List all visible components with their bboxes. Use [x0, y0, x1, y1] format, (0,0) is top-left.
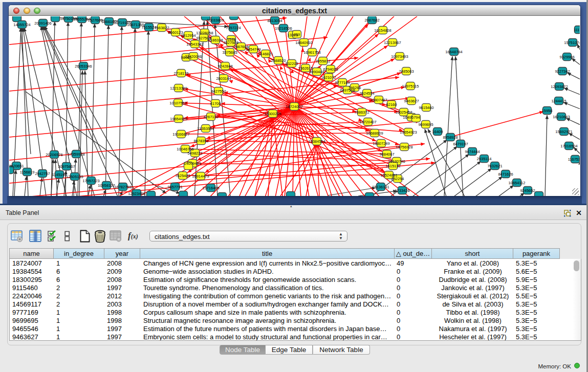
svg-text:16210643: 16210643	[553, 115, 570, 119]
svg-text:8186328: 8186328	[208, 38, 223, 42]
svg-text:18724007: 18724007	[286, 104, 302, 109]
svg-text:17016504: 17016504	[560, 144, 577, 148]
svg-text:1167533: 1167533	[568, 157, 580, 162]
svg-text:12093872: 12093872	[551, 84, 568, 89]
svg-text:7357224: 7357224	[226, 26, 241, 30]
svg-text:7955812: 7955812	[315, 59, 330, 63]
svg-text:17957223: 17957223	[82, 179, 99, 183]
svg-text:8912954: 8912954	[181, 33, 195, 38]
svg-text:18807249: 18807249	[373, 141, 389, 146]
svg-text:26053346: 26053346	[75, 64, 92, 69]
svg-text:1615132: 1615132	[385, 164, 400, 168]
svg-text:12975115: 12975115	[402, 84, 419, 89]
svg-text:18300295: 18300295	[264, 112, 281, 116]
svg-text:2718176: 2718176	[173, 71, 188, 76]
svg-text:16648784: 16648784	[445, 50, 462, 54]
svg-text:20091406: 20091406	[34, 21, 51, 26]
svg-text:5498222: 5498222	[187, 151, 202, 156]
svg-text:7625402: 7625402	[175, 173, 190, 178]
svg-text:832203: 832203	[285, 61, 298, 66]
svg-text:2588520: 2588520	[271, 58, 286, 63]
svg-text:10973493: 10973493	[391, 54, 408, 59]
svg-text:41700: 41700	[210, 101, 221, 106]
svg-text:16409: 16409	[432, 129, 443, 134]
svg-text:19166827: 19166827	[172, 132, 189, 137]
svg-text:7485063: 7485063	[399, 69, 413, 74]
svg-text:9245652: 9245652	[520, 188, 535, 193]
svg-text:8427552: 8427552	[211, 89, 226, 94]
svg-text:22420046: 22420046	[185, 54, 202, 59]
svg-text:6479197: 6479197	[453, 142, 468, 146]
svg-text:16495794: 16495794	[403, 115, 420, 120]
svg-text:8958928: 8958928	[443, 135, 458, 140]
svg-text:7563822: 7563822	[154, 26, 169, 30]
svg-text:1527602: 1527602	[88, 18, 102, 23]
svg-text:10543342: 10543342	[186, 42, 203, 47]
svg-text:2935114: 2935114	[477, 157, 492, 161]
svg-text:9329966: 9329966	[559, 55, 574, 59]
svg-text:8678352: 8678352	[193, 139, 208, 143]
svg-text:4267110: 4267110	[204, 115, 219, 119]
svg-text:19654925: 19654925	[170, 117, 187, 121]
svg-text:9884067: 9884067	[379, 152, 394, 157]
svg-text:12213389: 12213389	[170, 86, 187, 91]
svg-text:10654112: 10654112	[509, 181, 526, 185]
svg-text:1621072: 1621072	[321, 75, 336, 80]
svg-text:2620651: 2620651	[9, 164, 24, 168]
svg-text:16033809: 16033809	[207, 18, 224, 23]
svg-text:15716485: 15716485	[202, 186, 219, 190]
svg-text:6794028: 6794028	[323, 67, 338, 72]
svg-text:12213967: 12213967	[384, 40, 401, 45]
svg-text:15958: 15958	[542, 108, 553, 113]
svg-text:18640910: 18640910	[295, 40, 312, 45]
svg-text:11353594: 11353594	[198, 126, 214, 131]
svg-text:419: 419	[294, 32, 300, 37]
svg-text:15136141: 15136141	[372, 185, 389, 189]
svg-text:9777169: 9777169	[335, 80, 350, 85]
svg-text:8454749: 8454749	[246, 47, 260, 52]
svg-text:62160: 62160	[386, 102, 397, 107]
svg-text:9463627: 9463627	[404, 99, 419, 103]
svg-text:9615460: 9615460	[419, 105, 433, 110]
svg-text:14099489: 14099489	[184, 161, 201, 166]
svg-text:9242848: 9242848	[217, 64, 232, 69]
svg-text:16914479: 16914479	[192, 174, 209, 179]
svg-text:10688609: 10688609	[366, 131, 383, 136]
svg-text:8990448: 8990448	[309, 70, 324, 74]
svg-text:3624554: 3624554	[359, 91, 374, 96]
svg-text:9146821: 9146821	[258, 52, 273, 56]
svg-text:1733426: 1733426	[395, 188, 409, 193]
svg-text:15692971: 15692971	[555, 129, 572, 134]
svg-text:252254: 252254	[391, 177, 404, 181]
svg-text:2942757: 2942757	[35, 171, 50, 176]
svg-text:14055724: 14055724	[13, 23, 30, 27]
svg-text:16154808: 16154808	[374, 28, 391, 33]
svg-text:9227342: 9227342	[555, 69, 570, 74]
svg-text:7386372: 7386372	[354, 110, 369, 115]
svg-text:30975867: 30975867	[58, 164, 75, 169]
svg-text:1244415: 1244415	[551, 99, 566, 103]
svg-text:9699695: 9699695	[418, 122, 433, 127]
svg-text:16120746: 16120746	[388, 159, 405, 164]
svg-text:20206576: 20206576	[46, 152, 62, 157]
svg-text:1145194: 1145194	[52, 172, 67, 177]
svg-text:12923486: 12923486	[128, 191, 145, 196]
svg-text:2087682: 2087682	[364, 18, 379, 23]
svg-text:15751074: 15751074	[564, 40, 580, 45]
svg-text:13226058: 13226058	[196, 31, 213, 35]
svg-text:9657791: 9657791	[167, 185, 182, 189]
svg-text:11172: 11172	[574, 28, 580, 32]
svg-text:10958107: 10958107	[98, 183, 115, 188]
svg-text:19654923: 19654923	[400, 130, 417, 135]
svg-text:746266: 746266	[348, 85, 361, 90]
svg-text:16782759: 16782759	[114, 185, 131, 189]
svg-text:2803144: 2803144	[216, 76, 231, 81]
svg-text:10107552: 10107552	[169, 101, 186, 105]
svg-text:9474444: 9474444	[465, 149, 480, 154]
svg-text:19218506: 19218506	[275, 26, 292, 31]
svg-text:10025458: 10025458	[395, 110, 412, 115]
svg-text:16961758: 16961758	[303, 50, 320, 55]
svg-text:15720407: 15720407	[359, 120, 376, 124]
svg-text:7632621: 7632621	[487, 164, 502, 168]
svg-text:19756928: 19756928	[396, 145, 412, 149]
